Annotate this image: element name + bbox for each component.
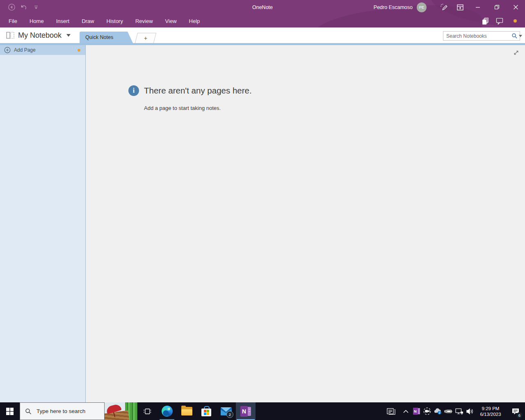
notebook-search-box	[443, 31, 520, 41]
system-tray: N i	[382, 402, 525, 420]
quick-access-toolbar	[0, 3, 40, 11]
power-battery-icon[interactable]	[443, 402, 454, 420]
taskbar-search-input[interactable]	[36, 408, 110, 415]
onedrive-tray-icon[interactable]: i	[432, 402, 443, 420]
onenote-taskbar-button[interactable]: N	[236, 402, 256, 420]
add-page-label: Add Page	[14, 47, 78, 53]
user-avatar[interactable]: PE	[417, 2, 427, 12]
menu-draw[interactable]: Draw	[75, 14, 100, 27]
file-explorer-taskbar-button[interactable]	[177, 402, 196, 420]
windows-taskbar: 2 N N	[0, 402, 525, 420]
menu-history[interactable]: History	[100, 14, 129, 27]
switch-windows-icon[interactable]	[481, 17, 490, 25]
store-taskbar-button[interactable]	[196, 402, 216, 420]
inking-pen-icon[interactable]	[436, 0, 452, 14]
search-icon[interactable]	[511, 33, 518, 39]
add-page-plus-icon	[4, 47, 11, 53]
restore-button[interactable]	[487, 0, 506, 14]
search-scope-dropdown-icon[interactable]	[519, 35, 522, 37]
ribbon-menu: File Home Insert Draw History Review Vie…	[0, 14, 206, 27]
action-center-button[interactable]: 6	[506, 402, 525, 420]
news-interests-widget[interactable]	[105, 402, 137, 420]
news-feed-icon[interactable]	[382, 402, 400, 420]
sidebar-notification-dot	[78, 49, 80, 52]
title-bar: OneNote Pedro Escamoso PE	[0, 0, 525, 27]
volume-icon[interactable]	[464, 402, 475, 420]
empty-state-subtitle: Add a page to start taking notes.	[144, 105, 252, 111]
section-tabs: Quick Notes +	[80, 27, 155, 43]
feedback-comment-icon[interactable]	[495, 17, 504, 25]
clock-time: 9:29 PM	[475, 406, 506, 411]
edge-taskbar-button[interactable]	[157, 402, 177, 420]
menu-view[interactable]: View	[159, 14, 183, 27]
notebook-name: My Notebook	[18, 31, 62, 40]
minimize-button[interactable]	[468, 0, 487, 14]
menu-review[interactable]: Review	[129, 14, 159, 27]
empty-state-message: i There aren't any pages here. Add a pag…	[128, 85, 252, 111]
onenote-tray-icon[interactable]: N	[411, 402, 422, 420]
meet-now-icon[interactable]	[422, 402, 432, 420]
menu-help[interactable]: Help	[183, 14, 206, 27]
notebook-icon	[6, 31, 15, 39]
search-notebooks-input[interactable]	[443, 33, 511, 39]
microsoft-store-icon	[201, 406, 211, 416]
taskbar-search-box	[20, 402, 105, 420]
mail-unread-badge: 2	[226, 411, 233, 418]
taskbar-search-icon	[25, 408, 32, 415]
add-section-tab[interactable]: +	[135, 33, 156, 43]
section-tab-quick-notes[interactable]: Quick Notes	[80, 32, 133, 43]
network-icon[interactable]	[454, 402, 464, 420]
menu-home[interactable]: Home	[23, 14, 50, 27]
info-icon: i	[128, 85, 139, 96]
add-page-button[interactable]: Add Page	[0, 45, 85, 55]
close-button[interactable]	[506, 0, 525, 14]
full-page-view-icon[interactable]	[512, 48, 520, 57]
notebook-bar: My Notebook Quick Notes +	[0, 27, 525, 43]
customize-quick-access-icon[interactable]	[32, 3, 40, 11]
file-explorer-icon	[181, 407, 192, 415]
menu-file[interactable]: File	[2, 14, 23, 27]
menu-insert[interactable]: Insert	[50, 14, 76, 27]
clock-date: 6/13/2023	[475, 411, 506, 417]
notebook-switcher[interactable]: My Notebook	[0, 31, 71, 40]
edge-icon	[162, 406, 173, 417]
taskbar-clock[interactable]: 9:29 PM 6/13/2023	[475, 406, 506, 417]
back-icon[interactable]	[7, 3, 16, 11]
task-view-button[interactable]	[137, 402, 157, 420]
notebook-dropdown-icon	[66, 34, 71, 37]
notification-dot	[514, 19, 517, 23]
start-button[interactable]	[0, 402, 20, 420]
onenote-window: OneNote Pedro Escamoso PE	[0, 0, 525, 420]
action-center-badge: 6	[516, 412, 523, 418]
signed-in-user[interactable]: Pedro Escamoso	[374, 5, 413, 10]
tray-overflow-chevron-icon[interactable]	[400, 402, 411, 420]
ribbon-display-options-icon[interactable]	[452, 0, 468, 14]
pages-sidebar: Add Page	[0, 45, 86, 402]
empty-state-title: There aren't any pages here.	[144, 86, 252, 96]
undo-icon[interactable]	[20, 3, 28, 11]
mail-taskbar-button[interactable]: 2	[216, 402, 236, 420]
onenote-icon: N	[240, 406, 251, 417]
page-canvas: i There aren't any pages here. Add a pag…	[86, 45, 525, 402]
